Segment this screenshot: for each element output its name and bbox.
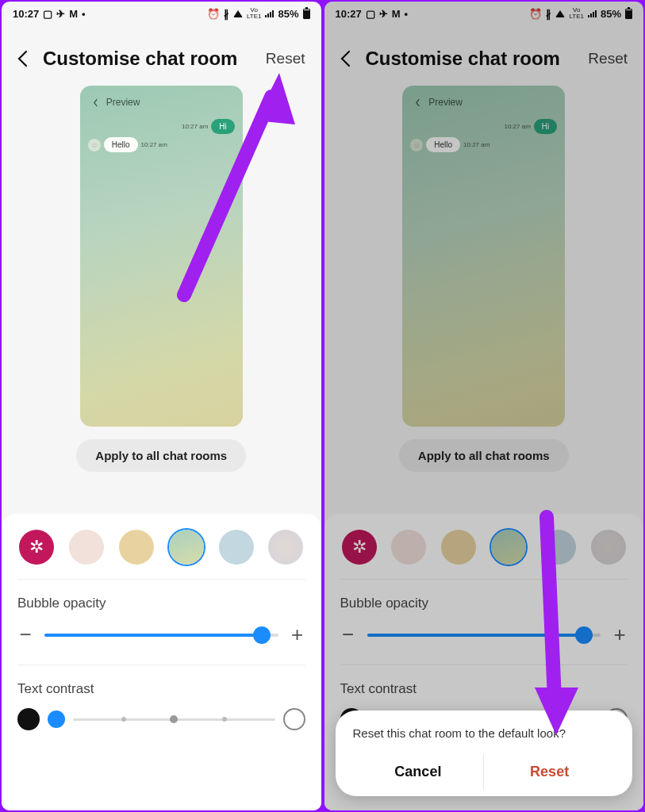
back-button[interactable]: [336, 49, 355, 68]
avatar-icon: ☺: [410, 139, 423, 151]
apply-all-button[interactable]: Apply to all chat rooms: [399, 439, 569, 472]
message-out: Hi: [534, 119, 557, 134]
alarm-icon: ⏰: [207, 8, 220, 20]
page-title: Customise chat room: [43, 48, 266, 70]
background-swatches: ✲: [17, 527, 305, 580]
message-in: Hello: [104, 137, 138, 152]
battery-icon: [625, 9, 632, 19]
volte-indicator: Vo LTE1: [569, 7, 584, 20]
opacity-label: Bubble opacity: [340, 596, 628, 611]
status-bar: 10:27 ▢ ✈ M • ⏰ ∦ Vo LTE1 85%: [324, 2, 644, 25]
message-in: Hello: [426, 137, 460, 152]
swatch-color-2[interactable]: [441, 530, 476, 565]
chat-preview: Preview 10:27 am Hi ☺ Hello 10:27 am: [402, 86, 565, 427]
opacity-label: Bubble opacity: [17, 596, 305, 611]
swatch-color-4[interactable]: [541, 530, 576, 565]
telegram-icon: ✈: [379, 8, 388, 20]
contrast-label: Text contrast: [17, 681, 305, 697]
minus-icon[interactable]: −: [340, 622, 356, 647]
avatar-icon: ☺: [88, 139, 101, 151]
dialog-cancel-button[interactable]: Cancel: [353, 754, 485, 790]
contrast-slider[interactable]: [17, 708, 305, 730]
chat-preview: Preview 10:27 am Hi ☺ Hello 10:27 am: [80, 86, 243, 427]
chevron-left-icon: [340, 50, 351, 67]
signal-icon: [588, 10, 597, 17]
screenshot-left: 10:27 ▢ ✈ M • ⏰ ∦ Vo LTE1 85% Customise …: [0, 0, 323, 812]
swatch-color-3[interactable]: [491, 530, 526, 565]
customise-panel: ✲ Bubble opacity − + Text contrast: [2, 514, 321, 810]
swatch-color-1[interactable]: [69, 530, 104, 565]
page-header: Customise chat room Reset: [324, 25, 644, 86]
telegram-icon: ✈: [56, 8, 65, 20]
reset-button[interactable]: Reset: [588, 50, 628, 67]
timestamp: 10:27 am: [504, 123, 530, 130]
more-icon: •: [82, 8, 86, 20]
contrast-thumb[interactable]: [48, 710, 65, 728]
status-time: 10:27: [336, 8, 362, 20]
swatch-color-5[interactable]: [591, 530, 626, 565]
contrast-label: Text contrast: [340, 681, 628, 697]
swatch-color-2[interactable]: [119, 530, 154, 565]
battery-pct: 85%: [601, 8, 621, 20]
battery-icon: [303, 9, 310, 19]
bluetooth-icon: ∦: [224, 8, 229, 20]
page-title: Customise chat room: [366, 48, 589, 70]
swatch-color-4[interactable]: [219, 530, 254, 565]
opacity-slider[interactable]: − +: [340, 622, 628, 647]
battery-pct: 85%: [278, 8, 298, 20]
photo-icon: ▢: [366, 8, 375, 20]
status-time: 10:27: [13, 8, 39, 20]
swatch-custom[interactable]: ✲: [19, 530, 54, 565]
wifi-icon: [555, 10, 565, 17]
dialog-message: Reset this chat room to the default look…: [353, 726, 616, 740]
preview-label: Preview: [106, 97, 140, 108]
swatch-color-1[interactable]: [391, 530, 426, 565]
wifi-icon: [233, 10, 243, 17]
reset-dialog: Reset this chat room to the default look…: [336, 710, 633, 796]
alarm-icon: ⏰: [529, 8, 542, 20]
status-bar: 10:27 ▢ ✈ M • ⏰ ∦ Vo LTE1 85%: [2, 2, 321, 25]
chevron-left-icon: [415, 98, 420, 107]
back-button[interactable]: [13, 49, 32, 68]
plus-icon[interactable]: +: [290, 622, 305, 647]
bluetooth-icon: ∦: [546, 8, 551, 20]
plus-icon[interactable]: +: [612, 622, 628, 647]
more-icon: •: [405, 8, 409, 20]
swatch-color-3[interactable]: [169, 530, 204, 565]
reset-button[interactable]: Reset: [266, 50, 305, 67]
dialog-reset-button[interactable]: Reset: [484, 754, 615, 790]
gmail-icon: M: [69, 8, 78, 20]
chevron-left-icon: [93, 98, 98, 107]
gmail-icon: M: [392, 8, 401, 20]
chevron-left-icon: [17, 50, 28, 67]
signal-icon: [265, 10, 274, 17]
apply-all-button[interactable]: Apply to all chat rooms: [76, 439, 246, 472]
page-header: Customise chat room Reset: [2, 25, 321, 86]
background-swatches: ✲: [340, 527, 628, 580]
volte-indicator: Vo LTE1: [247, 7, 262, 20]
timestamp: 10:27 am: [141, 141, 167, 148]
preview-label: Preview: [428, 97, 463, 108]
message-out: Hi: [211, 119, 234, 134]
contrast-light-icon: [283, 708, 305, 730]
timestamp: 10:27 am: [182, 123, 208, 130]
timestamp: 10:27 am: [463, 141, 490, 148]
swatch-color-5[interactable]: [268, 530, 303, 565]
screenshot-right: 10:27 ▢ ✈ M • ⏰ ∦ Vo LTE1 85% Customise …: [323, 0, 646, 812]
opacity-slider[interactable]: − +: [17, 622, 305, 647]
minus-icon[interactable]: −: [17, 622, 33, 647]
contrast-dark-icon: [17, 708, 40, 730]
swatch-custom[interactable]: ✲: [342, 530, 377, 565]
photo-icon: ▢: [43, 8, 52, 20]
